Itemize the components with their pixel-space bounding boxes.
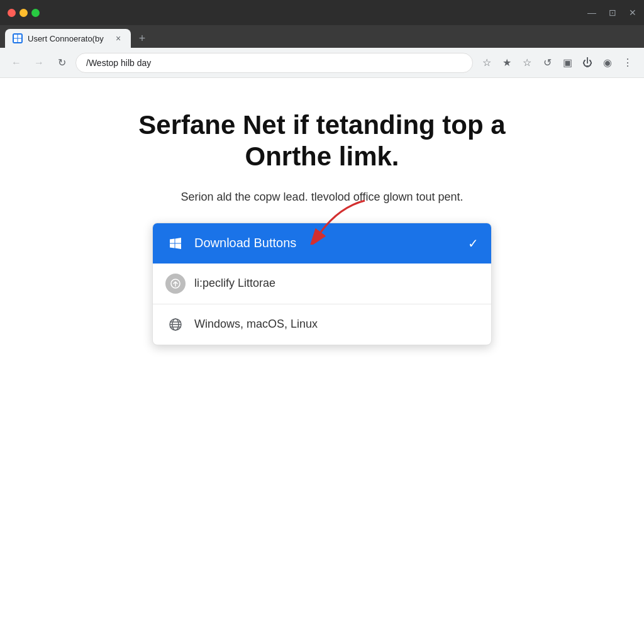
power-icon[interactable]: ⏻ <box>579 54 596 72</box>
item2-label: Windows, macOS, Linux <box>194 318 318 331</box>
item2-globe-icon <box>165 314 186 335</box>
traffic-lights <box>8 9 40 17</box>
dropdown-item-2[interactable]: Windows, macOS, Linux <box>153 304 491 345</box>
browser-tab[interactable]: Usert Connoerato(by × <box>5 29 131 48</box>
page-subtitle: Serion ald the copw lead. tlevolod offic… <box>181 191 464 204</box>
close-traffic-light[interactable] <box>8 9 16 17</box>
menu-icon[interactable]: ⋮ <box>619 54 636 72</box>
reload-icon[interactable]: ↺ <box>538 54 556 72</box>
forward-button[interactable]: → <box>30 54 48 72</box>
toolbar-icons: ☆ ★ ☆ ↺ ▣ ⏻ ◉ ⋮ <box>478 54 636 72</box>
dropdown-item-1[interactable]: li:peclify Littorae <box>153 264 491 304</box>
restore-icon[interactable]: ⊡ <box>609 8 616 18</box>
checkmark-icon: ✓ <box>468 236 479 251</box>
tab-title: Usert Connoerato(by <box>28 34 108 43</box>
new-tab-button[interactable]: + <box>131 29 153 48</box>
address-bar: ← → ↻ ☆ ★ ☆ ↺ ▣ ⏻ ◉ ⋮ <box>0 48 644 78</box>
page-title: Serfane Net if tetanding top a Onrthe li… <box>102 109 542 173</box>
dropdown-menu: Download Buttons ✓ li:peclify Littorae <box>152 223 492 345</box>
svg-rect-0 <box>14 35 18 38</box>
tab-favicon <box>13 33 23 43</box>
tab-bar: Usert Connoerato(by × + <box>0 25 644 48</box>
profile-icon[interactable]: ◉ <box>599 54 616 72</box>
svg-rect-1 <box>18 35 22 38</box>
window-controls: — ⊡ ✕ <box>587 8 636 18</box>
page-content: Serfane Net if tetanding top a Onrthe li… <box>0 78 644 644</box>
item1-label: li:peclify Littorae <box>194 277 275 290</box>
maximize-traffic-light[interactable] <box>31 9 40 17</box>
apps-icon[interactable]: ▣ <box>558 54 576 72</box>
svg-rect-3 <box>18 39 22 43</box>
item1-icon <box>165 274 186 294</box>
back-button[interactable]: ← <box>8 54 25 72</box>
dropdown-selected-item[interactable]: Download Buttons ✓ <box>153 223 491 264</box>
bookmark-icon[interactable]: ☆ <box>478 54 496 72</box>
extensions-icon[interactable]: ☆ <box>518 54 536 72</box>
tab-close-button[interactable]: × <box>113 33 123 43</box>
selected-item-label: Download Buttons <box>194 236 459 250</box>
close-icon[interactable]: ✕ <box>629 8 636 18</box>
bookmark-filled-icon[interactable]: ★ <box>498 54 516 72</box>
svg-rect-2 <box>14 39 18 43</box>
windows-logo-icon <box>165 233 186 253</box>
url-input[interactable] <box>75 53 473 73</box>
refresh-button[interactable]: ↻ <box>53 54 70 72</box>
minimize-icon[interactable]: — <box>587 8 596 18</box>
minimize-traffic-light[interactable] <box>19 9 28 17</box>
browser-titlebar: — ⊡ ✕ <box>0 0 644 25</box>
